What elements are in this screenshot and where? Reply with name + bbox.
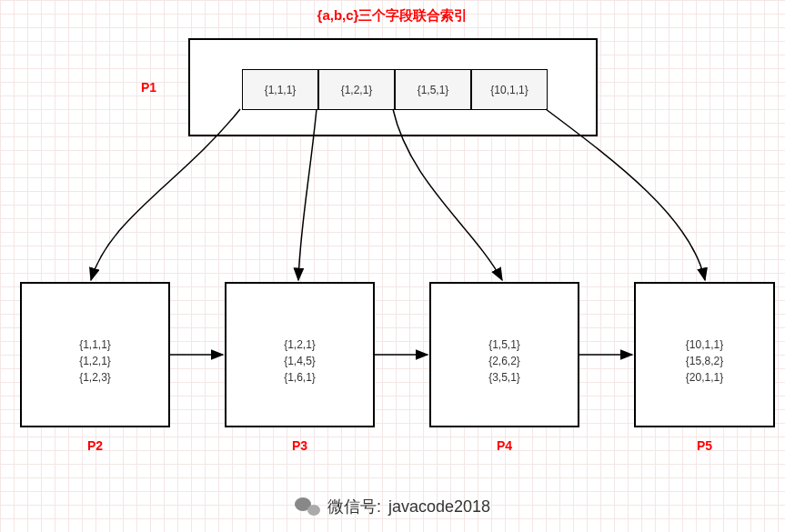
leaf-node-p5: {10,1,1} {15,8,2} {20,1,1} P5 bbox=[634, 282, 775, 427]
root-node: {1,1,1} {1,2,1} {1,5,1} {10,1,1} bbox=[188, 38, 598, 136]
leaf-row: {1,4,5} bbox=[226, 353, 373, 369]
leaf-row: {1,2,1} bbox=[226, 336, 373, 353]
leaf-row: {1,5,1} bbox=[431, 336, 578, 353]
leaf-node-p2: {1,1,1} {1,2,1} {1,2,3} P2 bbox=[20, 282, 170, 427]
root-key: {10,1,1} bbox=[471, 69, 548, 110]
leaf-label: P5 bbox=[636, 438, 773, 453]
leaf-label: P4 bbox=[431, 438, 578, 453]
leaf-row: {1,2,1} bbox=[22, 353, 168, 369]
root-key: {1,2,1} bbox=[318, 69, 395, 110]
leaf-row: {2,6,2} bbox=[431, 353, 578, 369]
leaf-row: {1,6,1} bbox=[226, 369, 373, 386]
root-key: {1,1,1} bbox=[242, 69, 318, 110]
leaf-node-p4: {1,5,1} {2,6,2} {3,5,1} P4 bbox=[429, 282, 579, 427]
leaf-rows: {1,5,1} {2,6,2} {3,5,1} bbox=[431, 336, 578, 386]
footer-prefix: 微信号: bbox=[327, 496, 381, 517]
leaf-row: {3,5,1} bbox=[431, 369, 578, 386]
root-node-label: P1 bbox=[141, 80, 156, 95]
leaf-row: {15,8,2} bbox=[636, 353, 773, 369]
wechat-icon bbox=[295, 496, 320, 517]
leaf-rows: {1,2,1} {1,4,5} {1,6,1} bbox=[226, 336, 373, 386]
leaf-rows: {10,1,1} {15,8,2} {20,1,1} bbox=[636, 336, 773, 386]
leaf-rows: {1,1,1} {1,2,1} {1,2,3} bbox=[22, 336, 168, 386]
leaf-row: {1,1,1} bbox=[22, 336, 168, 353]
leaf-row: {20,1,1} bbox=[636, 369, 773, 386]
leaf-label: P3 bbox=[226, 438, 373, 453]
root-key: {1,5,1} bbox=[395, 69, 471, 110]
footer-credit: 微信号: javacode2018 bbox=[0, 496, 785, 517]
leaf-row: {1,2,3} bbox=[22, 369, 168, 386]
leaf-node-p3: {1,2,1} {1,4,5} {1,6,1} P3 bbox=[225, 282, 375, 427]
diagram-title: {a,b,c}三个字段联合索引 bbox=[0, 7, 785, 25]
footer-account: javacode2018 bbox=[388, 497, 490, 517]
leaf-row: {10,1,1} bbox=[636, 336, 773, 353]
leaf-label: P2 bbox=[22, 438, 168, 453]
root-keys: {1,1,1} {1,2,1} {1,5,1} {10,1,1} bbox=[242, 69, 548, 110]
